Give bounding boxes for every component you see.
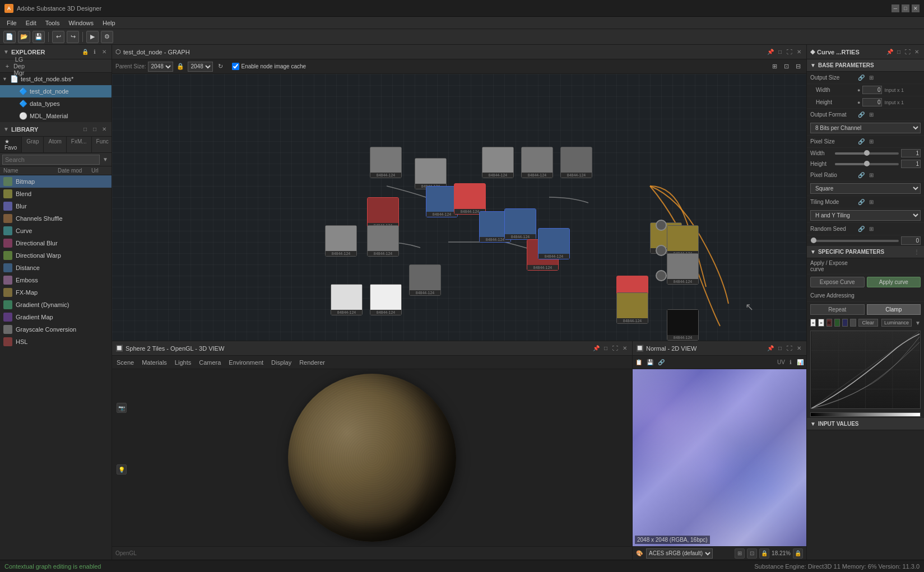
settings-button[interactable]: ⚙ bbox=[101, 31, 113, 43]
lib-tab-fxm[interactable]: FxM... bbox=[67, 137, 92, 152]
channel-a-btn[interactable] bbox=[850, 319, 856, 327]
lib-item-blend[interactable]: Blend bbox=[0, 188, 112, 200]
view-3d-dock[interactable]: □ bbox=[602, 345, 610, 352]
prop-pixelratio-link-btn[interactable]: 🔗 bbox=[857, 171, 865, 179]
lib-item-bitmap[interactable]: Bitmap bbox=[0, 175, 112, 188]
curve-display[interactable] bbox=[810, 331, 921, 409]
graph-node-14[interactable]: 84844-124 bbox=[667, 253, 699, 285]
graph-zoom-fit-btn[interactable]: ⊞ bbox=[769, 62, 779, 72]
graph-node-22[interactable]: 84844-124 bbox=[560, 147, 592, 178]
prop-section-specific[interactable]: ▼ SPECIFIC PARAMETERS ⋮ bbox=[807, 246, 924, 258]
prop-randomseed-input[interactable] bbox=[901, 236, 921, 245]
tree-item-file[interactable]: ▼ 📄 test_dot_node.sbs* bbox=[0, 73, 112, 85]
graph-node-17[interactable]: 84844-124 bbox=[409, 264, 441, 296]
prop-pixelsize-height-slider[interactable] bbox=[835, 163, 899, 165]
view-2d-chart-btn[interactable]: 📊 bbox=[796, 359, 804, 366]
view-2d-fit-btn[interactable]: ⊡ bbox=[747, 548, 757, 559]
render-button[interactable]: ▶ bbox=[86, 31, 99, 43]
view-2d-info-btn[interactable]: ℹ bbox=[787, 359, 795, 366]
view-3d-materials[interactable]: Materials bbox=[140, 359, 169, 366]
library-close-btn[interactable]: ✕ bbox=[100, 125, 108, 133]
prop-outputformat-link-btn[interactable]: 🔗 bbox=[857, 111, 865, 119]
lib-item-gradmap[interactable]: Gradient Map bbox=[0, 311, 112, 323]
view-2d-uvbtn[interactable]: UV bbox=[777, 359, 785, 366]
prop-close-btn[interactable]: ✕ bbox=[913, 48, 921, 56]
prop-pixelsize-width-handle[interactable] bbox=[864, 150, 870, 156]
explorer-dep-btn[interactable]: LG Dep Mgr bbox=[14, 61, 24, 71]
graph-dock-btn[interactable]: □ bbox=[776, 48, 784, 56]
prop-randomseed-handle[interactable] bbox=[811, 238, 816, 243]
prop-pin-btn[interactable]: 📌 bbox=[886, 48, 894, 56]
prop-pixelsize-height-handle[interactable] bbox=[864, 161, 870, 166]
graph-fullscreen-btn[interactable]: ⛶ bbox=[786, 48, 793, 56]
prop-randomseed-expand-btn[interactable]: ⊞ bbox=[867, 225, 875, 233]
graph-node-1[interactable]: 84844-124 bbox=[370, 147, 402, 178]
lib-item-dirwarp[interactable]: Directional Warp bbox=[0, 249, 112, 262]
prop-section-input-values[interactable]: ▼ INPUT VALUES bbox=[807, 418, 924, 430]
graph-parent-size-select[interactable]: 20481024512 bbox=[148, 62, 173, 72]
graph-node-3[interactable]: 84844-124 bbox=[367, 197, 399, 229]
view-3d-renderer[interactable]: Renderer bbox=[297, 359, 327, 366]
minimize-button[interactable]: ─ bbox=[892, 4, 899, 12]
undo-button[interactable]: ↩ bbox=[52, 31, 64, 43]
view-2d-lock2-btn[interactable]: 🔒 bbox=[793, 548, 803, 559]
graph-zoom-sel-btn[interactable]: ⊡ bbox=[781, 62, 791, 72]
menu-edit[interactable]: Edit bbox=[21, 18, 41, 27]
lib-item-channels[interactable]: Channels Shuffle bbox=[0, 212, 112, 225]
prop-height-input[interactable] bbox=[862, 98, 882, 106]
graph-node-dot-3[interactable] bbox=[656, 270, 667, 281]
graph-cache-checkbox[interactable] bbox=[232, 63, 239, 70]
view-3d-canvas[interactable]: 📷 💡 bbox=[112, 369, 632, 546]
prop-fullscreen-btn[interactable]: ⛶ bbox=[904, 48, 912, 56]
graph-node-11[interactable]: 84844-124 bbox=[538, 228, 570, 259]
open-button[interactable]: 📂 bbox=[18, 31, 30, 43]
maximize-button[interactable]: □ bbox=[902, 4, 909, 12]
channel-clear-btn[interactable]: Clear bbox=[858, 319, 879, 327]
lib-item-curve[interactable]: Curve bbox=[0, 225, 112, 237]
prop-randomseed-slider[interactable] bbox=[814, 240, 899, 242]
view-3d-fullscreen[interactable]: ⛶ bbox=[611, 345, 619, 352]
prop-pixelsize-link-btn[interactable]: 🔗 bbox=[857, 138, 865, 146]
prop-pixelsize-height-input[interactable] bbox=[901, 160, 921, 168]
graph-grid-btn[interactable]: ⊟ bbox=[793, 62, 803, 72]
prop-pixelratio-expand-btn[interactable]: ⊞ bbox=[867, 171, 875, 179]
graph-size-select2[interactable]: 20481024 bbox=[188, 62, 213, 72]
view-3d-display[interactable]: Display bbox=[269, 359, 294, 366]
channel-nav-next[interactable]: » bbox=[818, 319, 824, 327]
apply-curve-btn[interactable]: Apply curve bbox=[867, 277, 921, 287]
close-button[interactable]: ✕ bbox=[912, 4, 920, 12]
addr-btn-repeat[interactable]: Repeat bbox=[810, 304, 865, 315]
library-btn1[interactable]: □ bbox=[81, 125, 89, 133]
new-button[interactable]: 📄 bbox=[3, 31, 16, 43]
cam-video-btn[interactable]: 📷 bbox=[117, 403, 127, 413]
lib-tab-atom[interactable]: Atom bbox=[44, 137, 66, 152]
view-3d-pin[interactable]: 📌 bbox=[592, 345, 600, 352]
graph-node-15[interactable]: 84844-124 bbox=[331, 284, 363, 315]
view-3d-close[interactable]: ✕ bbox=[621, 345, 629, 352]
lib-tab-graph[interactable]: Grap bbox=[22, 137, 44, 152]
explorer-lock-btn[interactable]: 🔒 bbox=[81, 48, 89, 56]
explorer-info-btn[interactable]: ℹ bbox=[91, 48, 99, 56]
lib-item-fxmap[interactable]: FX-Map bbox=[0, 286, 112, 299]
graph-node-5[interactable]: 84844-124 bbox=[454, 183, 486, 215]
prop-pixelsize-expand-btn[interactable]: ⊞ bbox=[867, 138, 875, 146]
channel-r-btn[interactable]: R bbox=[827, 319, 832, 327]
menu-windows[interactable]: Windows bbox=[64, 18, 98, 27]
view-2d-fullscreen[interactable]: ⛶ bbox=[786, 345, 793, 352]
menu-help[interactable]: Help bbox=[98, 18, 120, 27]
graph-canvas[interactable]: 84844-124 84844-124 84844-124 84844-124 bbox=[112, 74, 806, 341]
prop-tilingmode-link-btn[interactable]: 🔗 bbox=[857, 198, 865, 206]
lib-item-distance[interactable]: Distance bbox=[0, 262, 112, 274]
channel-nav-prev[interactable]: « bbox=[810, 319, 816, 327]
addr-btn-clamp[interactable]: Clamp bbox=[867, 304, 921, 315]
graph-node-9[interactable]: 84844-124 bbox=[367, 225, 399, 257]
expose-curve-btn[interactable]: Expose Curve bbox=[810, 277, 865, 287]
view-3d-lights[interactable]: Lights bbox=[173, 359, 193, 366]
normal-map-canvas[interactable]: 2048 x 2048 (RGBA, 16bpc) bbox=[633, 369, 806, 546]
graph-lock-size-btn[interactable]: 🔒 bbox=[175, 62, 185, 72]
lib-item-gradient-dyn[interactable]: Gradient (Dynamic) bbox=[0, 299, 112, 311]
menu-file[interactable]: File bbox=[2, 18, 21, 27]
view-2d-dock[interactable]: □ bbox=[776, 345, 784, 352]
prop-section-base[interactable]: ▼ BASE PARAMETERS bbox=[807, 59, 924, 72]
graph-refresh-btn[interactable]: ↻ bbox=[215, 62, 225, 72]
